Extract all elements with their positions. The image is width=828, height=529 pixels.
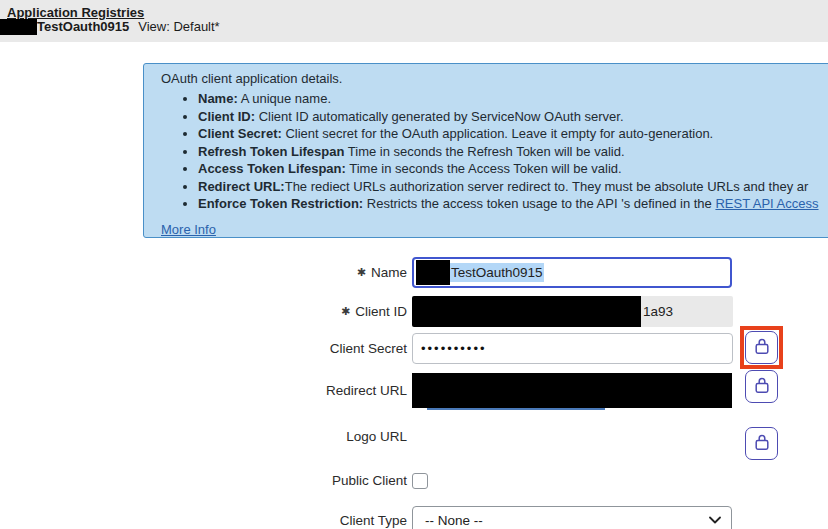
bullet-desc: Client secret for the OAuth application.… xyxy=(282,126,713,141)
field-label-public-client: Public Client xyxy=(160,473,412,488)
field-label-redirect-url: Redirect URL xyxy=(160,383,412,398)
field-label-text: Client ID xyxy=(355,304,407,319)
field-row-redirect-url: Redirect URL xyxy=(160,372,820,409)
record-title-row: TestOauth0915 View: Default* xyxy=(0,18,220,35)
chevron-down-icon xyxy=(709,516,721,524)
name-input[interactable]: TestOauth0915 xyxy=(412,257,732,288)
bullet-desc: The rediect URLs authorization server re… xyxy=(285,179,809,194)
client-secret-input[interactable]: •••••••••• xyxy=(412,333,733,364)
info-intro: OAuth client application details. xyxy=(161,70,828,87)
bullet-term: Client ID: xyxy=(198,109,255,124)
mandatory-indicator: ✱ xyxy=(357,266,366,278)
field-row-client-type: Client Type -- None -- xyxy=(160,503,820,529)
record-name: TestOauth0915 xyxy=(37,19,129,34)
bullet-term: Enforce Token Restriction: xyxy=(198,196,363,211)
app-root: Application Registries TestOauth0915 Vie… xyxy=(0,0,828,529)
client-id-suffix: 1a93 xyxy=(641,304,673,319)
redirect-url-lock-button[interactable] xyxy=(745,370,778,403)
mandatory-indicator: ✱ xyxy=(341,305,350,317)
field-row-name: ✱Name TestOauth0915 xyxy=(160,257,820,288)
field-label-name: ✱Name xyxy=(160,265,412,280)
info-box: OAuth client application details. Name: … xyxy=(143,63,828,238)
field-row-client-id: ✱Client ID 1a93 xyxy=(160,296,820,327)
public-client-checkbox[interactable] xyxy=(412,473,428,489)
info-bullet: Redirect URL:The rediect URLs authorizat… xyxy=(198,178,828,196)
client-secret-lock-button[interactable] xyxy=(745,331,778,364)
field-row-client-secret: Client Secret •••••••••• xyxy=(160,333,820,364)
field-label-logo-url: Logo URL xyxy=(160,429,412,444)
redacted-box xyxy=(416,260,450,285)
field-label-client-type: Client Type xyxy=(160,513,412,528)
info-bullet: Refresh Token Lifespan Time in seconds t… xyxy=(198,143,828,161)
info-bullet-list: Name: A unique name. Client ID: Client I… xyxy=(161,90,828,213)
redacted-box xyxy=(412,373,732,408)
field-row-public-client: Public Client xyxy=(160,465,820,496)
redacted-box xyxy=(0,19,37,35)
field-label-client-id: ✱Client ID xyxy=(160,304,412,319)
lock-icon xyxy=(754,376,770,398)
client-id-field: 1a93 xyxy=(412,296,733,327)
bullet-term: Refresh Token Lifespan xyxy=(198,144,344,159)
bullet-desc: Restricts the access token usage to the … xyxy=(363,196,715,211)
bullet-desc: Time in seconds the Refresh Token will b… xyxy=(344,144,624,159)
field-label-client-secret: Client Secret xyxy=(160,341,412,356)
bullet-desc: Client ID automatically generated by Ser… xyxy=(255,109,624,124)
info-bullet: Name: A unique name. xyxy=(198,90,828,108)
bullet-term: Client Secret: xyxy=(198,126,282,141)
client-type-select[interactable]: -- None -- xyxy=(412,506,732,529)
bullet-term: Access Token Lifespan: xyxy=(198,161,346,176)
field-label-text: Name xyxy=(371,265,407,280)
field-row-logo-url: Logo URL xyxy=(160,421,820,451)
more-info-link[interactable]: More Info xyxy=(161,222,216,237)
clipped-link-remnant xyxy=(427,406,605,410)
masked-secret-value: •••••••••• xyxy=(421,341,487,356)
bullet-desc: A unique name. xyxy=(238,91,331,106)
lock-icon xyxy=(754,337,770,359)
header-bar: Application Registries TestOauth0915 Vie… xyxy=(0,0,828,42)
info-bullet: Access Token Lifespan: Time in seconds t… xyxy=(198,160,828,178)
lock-icon xyxy=(754,433,770,455)
logo-url-lock-button[interactable] xyxy=(745,427,778,460)
bullet-desc: Time in seconds the Access Token will be… xyxy=(346,161,622,176)
bullet-term: Redirect URL: xyxy=(198,179,285,194)
view-label: View: Default* xyxy=(138,19,219,34)
info-bullet: Client Secret: Client secret for the OAu… xyxy=(198,125,828,143)
bullet-term: Name: xyxy=(198,91,238,106)
info-bullet: Enforce Token Restriction: Restricts the… xyxy=(198,195,828,213)
rest-api-access-link[interactable]: REST API Access xyxy=(715,196,818,211)
info-bullet: Client ID: Client ID automatically gener… xyxy=(198,108,828,126)
redacted-box xyxy=(412,296,641,327)
select-value: -- None -- xyxy=(425,513,709,528)
name-selected-text: TestOauth0915 xyxy=(450,263,544,282)
